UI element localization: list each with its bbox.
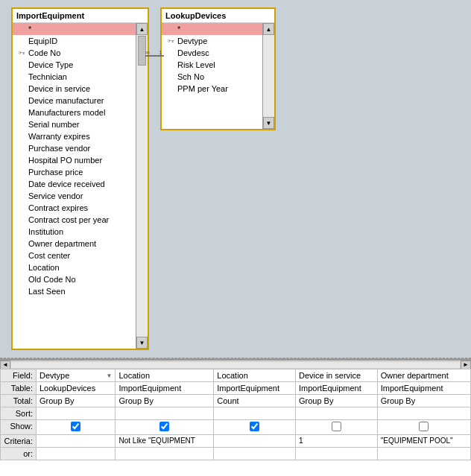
col3-table: ImportEquipment — [214, 382, 296, 395]
col4-show-checkbox[interactable] — [332, 422, 341, 431]
col5-show-cell[interactable] — [377, 420, 470, 435]
query-row-show: Show: — [1, 420, 471, 435]
h-scroll-right-button[interactable]: ► — [461, 361, 471, 369]
col5-criteria[interactable]: "EQUIPMENT POOL" — [377, 435, 470, 448]
col1-total: Group By — [37, 395, 116, 407]
col5-table: ImportEquipment — [377, 382, 470, 395]
row-label-or: or: — [1, 448, 37, 460]
col2-field[interactable]: Location — [116, 369, 214, 382]
field-devicetype[interactable]: Device Type — [13, 59, 136, 71]
h-scroll-track[interactable] — [10, 361, 461, 369]
row-label-show: Show: — [1, 420, 37, 435]
import-equipment-table: ImportEquipment * EquipID 🗝Code No Devic… — [11, 7, 149, 350]
lookup-devices-fields: * 🗝Devtype Devdesc Risk Level Sch No PPM… — [162, 23, 274, 129]
col3-or[interactable] — [214, 448, 296, 460]
lookup-devices-table: LookupDevices * 🗝Devtype Devdesc Risk Le… — [160, 7, 276, 130]
field-technician[interactable]: Technician — [13, 71, 136, 83]
col2-criteria[interactable]: Not Like "EQUIPMENT — [116, 435, 214, 448]
col1-criteria[interactable] — [37, 435, 116, 448]
field-codeno[interactable]: 🗝Code No — [13, 47, 136, 59]
svg-text:∞: ∞ — [145, 49, 150, 56]
row-label-total: Total: — [1, 395, 37, 407]
query-row-total: Total: Group By Group By Count Group By … — [1, 395, 471, 407]
field-ownerdepartment[interactable]: Owner department — [13, 238, 136, 250]
col5-sort[interactable] — [377, 407, 470, 420]
col4-criteria[interactable]: 1 — [295, 435, 377, 448]
col4-show-cell[interactable] — [295, 420, 377, 435]
query-grid: ◄ ► Field: Devtype ▼ Location Location — [0, 358, 471, 476]
col1-or[interactable] — [37, 448, 116, 460]
col1-show-checkbox[interactable] — [71, 422, 80, 431]
field-devicemanufacturer[interactable]: Device manufacturer — [13, 95, 136, 107]
col5-total: Group By — [377, 395, 470, 407]
col3-criteria[interactable] — [214, 435, 296, 448]
field-manufacturersmodel[interactable]: Manufacturers model — [13, 107, 136, 118]
field-contractexpires[interactable]: Contract expires — [13, 202, 136, 214]
field-oldcodeno[interactable]: Old Code No — [13, 273, 136, 285]
lookup-field-devtype[interactable]: 🗝Devtype — [162, 35, 262, 47]
field-warrantyexpires[interactable]: Warranty expires — [13, 130, 136, 142]
col1-dropdown-icon[interactable]: ▼ — [107, 372, 113, 379]
col3-show-cell[interactable] — [214, 420, 296, 435]
import-equipment-fields: * EquipID 🗝Code No Device Type Technicia… — [13, 23, 148, 349]
col3-show-checkbox[interactable] — [250, 422, 259, 431]
field-serialnumber[interactable]: Serial number — [13, 118, 136, 130]
col3-sort[interactable] — [214, 407, 296, 420]
col2-sort[interactable] — [116, 407, 214, 420]
row-label-field: Field: — [1, 369, 37, 382]
col2-table: ImportEquipment — [116, 382, 214, 395]
lookup-scroll-up[interactable]: ▲ — [263, 23, 274, 35]
lookup-field-star[interactable]: * — [162, 23, 262, 35]
query-row-field: Field: Devtype ▼ Location Location Devic… — [1, 369, 471, 382]
col4-table: ImportEquipment — [295, 382, 377, 395]
col3-field[interactable]: Location — [214, 369, 296, 382]
field-equipid[interactable]: EquipID — [13, 35, 136, 47]
col5-or[interactable] — [377, 448, 470, 460]
lookup-scroll-down[interactable]: ▼ — [263, 117, 274, 129]
lookup-field-ppmyear[interactable]: PPM per Year — [162, 83, 262, 95]
col4-field[interactable]: Device in service — [295, 369, 377, 382]
col5-field[interactable]: Owner department — [377, 369, 470, 382]
col4-or[interactable] — [295, 448, 377, 460]
col2-or[interactable] — [116, 448, 214, 460]
lookup-field-devdesc[interactable]: Devdesc — [162, 47, 262, 59]
horizontal-scrollbar[interactable]: ◄ ► — [0, 360, 471, 369]
relation-line: ∞ 1 — [145, 45, 164, 67]
field-datedevicereceived[interactable]: Date device received — [13, 178, 136, 190]
field-costcenter[interactable]: Cost center — [13, 250, 136, 261]
col2-show-checkbox[interactable] — [159, 422, 169, 431]
field-purchaseprice[interactable]: Purchase price — [13, 166, 136, 178]
field-deviceinservice[interactable]: Device in service — [13, 83, 136, 95]
query-row-sort: Sort: — [1, 407, 471, 420]
col4-total: Group By — [295, 395, 377, 407]
query-table: Field: Devtype ▼ Location Location Devic… — [0, 369, 471, 460]
lookup-field-risklevel[interactable]: Risk Level — [162, 59, 262, 71]
import-equipment-title: ImportEquipment — [13, 9, 148, 23]
field-lastseen[interactable]: Last Seen — [13, 285, 136, 297]
field-purchasevendor[interactable]: Purchase vendor — [13, 142, 136, 154]
scroll-up-button[interactable]: ▲ — [136, 23, 148, 35]
field-hospitalponumber[interactable]: Hospital PO number — [13, 154, 136, 166]
col1-field[interactable]: Devtype ▼ — [37, 369, 116, 382]
col2-show-cell[interactable] — [116, 420, 214, 435]
svg-text:1: 1 — [159, 49, 162, 56]
query-row-criteria: Criteria: Not Like "EQUIPMENT 1 "EQUIPME… — [1, 435, 471, 448]
col1-sort[interactable] — [37, 407, 116, 420]
import-equipment-field-star[interactable]: * — [13, 23, 136, 35]
col5-show-checkbox[interactable] — [419, 422, 429, 431]
row-label-criteria: Criteria: — [1, 435, 37, 448]
field-location[interactable]: Location — [13, 261, 136, 273]
col2-total: Group By — [116, 395, 214, 407]
scroll-down-button[interactable]: ▼ — [136, 337, 148, 349]
field-contractcostperyear[interactable]: Contract cost per year — [13, 214, 136, 226]
lookup-field-schno[interactable]: Sch No — [162, 71, 262, 83]
query-row-table: Table: LookupDevices ImportEquipment Imp… — [1, 382, 471, 395]
field-institution[interactable]: Institution — [13, 226, 136, 238]
row-label-table: Table: — [1, 382, 37, 395]
query-row-or: or: — [1, 448, 471, 460]
field-servicevendor[interactable]: Service vendor — [13, 190, 136, 202]
h-scroll-left-button[interactable]: ◄ — [0, 361, 10, 369]
col1-show-cell[interactable] — [37, 420, 116, 435]
col4-sort[interactable] — [295, 407, 377, 420]
lookup-devices-title: LookupDevices — [162, 9, 274, 23]
